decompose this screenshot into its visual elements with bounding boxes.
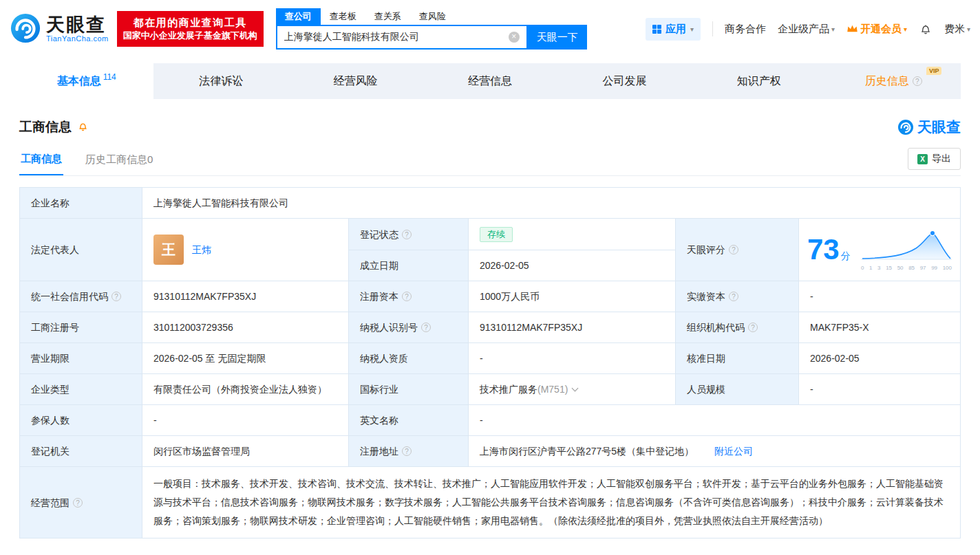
section-title: 工商信息 [19,118,72,136]
header-menu: 应用 ▾ 商务合作 企业级产品 ▾ 开通会员 ▾ 费米 ▾ [646,18,970,41]
legal-rep-link[interactable]: 王炜 [192,242,211,257]
nearby-company-link[interactable]: 附近公司 [714,446,753,457]
score-value: 73 [807,233,840,265]
field-label-approval-date: 核准日期 [676,343,799,374]
score-unit: 分 [841,250,851,261]
company-nav-tabs: 基本信息 114 法律诉讼 经营风险 经营信息 公司发展 知识产权 VIP 历史… [19,63,961,99]
subtab-row: 工商信息 历史工商信息0 X 导出 [19,148,961,176]
search-input[interactable] [284,32,509,43]
table-row: 登记机关 闵行区市场监督管理局 注册地址? 上海市闵行区沪青平公路277号5楼（… [20,436,961,467]
table-row: 营业期限 2026-02-05 至 无固定期限 纳税人资质 - 核准日期 202… [20,343,961,374]
nav-link-enterprise[interactable]: 企业级产品 ▾ [778,23,835,36]
nav-tab-operation-risk[interactable]: 经营风险 [288,63,423,99]
status-badge: 存续 [480,227,513,242]
section-brand-name: 天眼查 [917,118,961,137]
export-button[interactable]: X 导出 [908,148,961,170]
brand-name: 天眼查 [46,15,109,34]
nav-link-cooperation[interactable]: 商务合作 [725,23,766,36]
tianyancha-logo[interactable]: 天眼查 TianYanCha.com [10,12,109,46]
table-row: 企业名称 上海擎徙人工智能科技有限公司 [20,188,961,219]
field-value-est-date: 2026-02-05 [469,250,676,281]
promo-banner: 都在用的商业查询工具 国家中小企业发展子基金旗下机构 [117,11,264,47]
field-label-credit-code: 统一社会信用代码? [20,281,142,312]
chevron-down-icon: ▾ [831,25,835,33]
help-icon[interactable]: ? [748,323,758,332]
help-icon[interactable]: ? [402,446,412,456]
help-icon[interactable]: ? [402,292,412,301]
notification-bell-icon[interactable] [919,22,933,36]
field-value-reg-number: 310112003729356 [142,312,349,343]
apps-grid-icon [652,25,661,34]
apps-button[interactable]: 应用 ▾ [646,18,701,41]
field-value-staff-size: - [799,374,961,405]
brand-domain: TianYanCha.com [46,34,109,43]
field-label-company-name: 企业名称 [20,188,142,219]
field-label-insured-count: 参保人数 [20,405,142,436]
table-row: 工商注册号 310112003729356 纳税人识别号? 91310112MA… [20,312,961,343]
field-value-legal-rep: 王 王炜 [142,219,349,281]
section-brand-logo: 天眼查 [897,118,961,137]
help-icon[interactable]: ? [913,76,922,86]
table-row: 经营范围? 一般项目：技术服务、技术开发、技术咨询、技术交流、技术转让、技术推广… [20,467,961,538]
help-icon[interactable]: ? [729,245,738,254]
field-value-score: 73分 [799,219,961,281]
chevron-down-icon[interactable] [572,385,579,392]
field-label-org-code: 组织机构代码? [676,312,799,343]
score-chart[interactable]: 0131550859799100 [861,229,952,271]
open-vip-button[interactable]: 开通会员 ▾ [846,23,907,36]
help-icon[interactable]: ? [73,498,83,508]
field-label-score: 天眼评分? [676,219,799,281]
chevron-down-icon: ▾ [690,25,694,33]
excel-icon: X [917,154,928,164]
nav-tab-legal[interactable]: 法律诉讼 [153,63,288,99]
user-name: 费米 [944,23,965,36]
banner-line-1: 都在用的商业查询工具 [123,15,257,30]
industry-code: (M751) [537,384,568,395]
field-value-org-code: MAK7FP35-X [799,312,961,343]
field-label-legal-rep: 法定代表人 [20,219,142,281]
nav-tab-basic-info[interactable]: 基本信息 114 [19,63,153,99]
user-menu[interactable]: 费米 ▾ [944,23,970,36]
score-axis: 0131550859799100 [861,265,952,271]
field-value-taxpayer-id: 91310112MAK7FP35XJ [469,312,676,343]
help-icon[interactable]: ? [111,292,121,301]
subtab-business-info[interactable]: 工商信息 [19,149,63,175]
crown-icon [846,23,858,35]
search-tab-boss[interactable]: 查老板 [321,8,365,25]
field-value-reg-status: 存续 [469,219,676,250]
field-label-business-term: 营业期限 [20,343,142,374]
search-tab-relation[interactable]: 查关系 [365,8,410,25]
nav-tab-history[interactable]: VIP 历史信息 ? [827,63,961,99]
nav-tab-company-development[interactable]: 公司发展 [557,63,692,99]
table-row: 统一社会信用代码? 91310112MAK7FP35XJ 注册资本? 1000万… [20,281,961,312]
nav-tab-intellectual-property[interactable]: 知识产权 [692,63,826,99]
search-button[interactable]: 天眼一下 [528,25,587,50]
table-row: 法定代表人 王 王炜 登记状态? 存续 天眼评分? [20,219,961,250]
nav-tab-business-info[interactable]: 经营信息 [423,63,557,99]
field-label-reg-capital: 注册资本? [349,281,469,312]
table-row: 参保人数 - 英文名称 - [20,405,961,436]
field-value-industry: 技术推广服务(M751) [469,374,676,405]
section-bell-icon[interactable] [77,120,89,134]
search-area: 查公司 查老板 查关系 查风险 × 天眼一下 [276,8,587,50]
field-label-taxpayer-quality: 纳税人资质 [349,343,469,374]
field-value-business-term: 2026-02-05 至 无固定期限 [142,343,349,374]
field-value-company-name: 上海擎徙人工智能科技有限公司 [142,188,961,219]
field-label-taxpayer-id: 纳税人识别号? [349,312,469,343]
help-icon[interactable]: ? [729,292,738,301]
field-label-paid-capital: 实缴资本? [676,281,799,312]
field-label-company-type: 企业类型 [20,374,142,405]
top-header: 天眼查 TianYanCha.com 都在用的商业查询工具 国家中小企业发展子基… [0,0,980,58]
search-tab-risk[interactable]: 查风险 [410,8,455,25]
subtab-history-info[interactable]: 历史工商信息0 [84,149,154,175]
help-icon[interactable]: ? [421,323,431,332]
chevron-down-icon: ▾ [904,25,907,33]
banner-line-2: 国家中小企业发展子基金旗下机构 [123,30,257,43]
clear-icon[interactable]: × [509,32,520,43]
search-tab-company[interactable]: 查公司 [276,8,321,25]
legal-rep-avatar[interactable]: 王 [153,235,184,265]
help-icon[interactable]: ? [402,230,412,239]
field-value-company-type: 有限责任公司（外商投资企业法人独资） [142,374,349,405]
field-value-paid-capital: - [799,281,961,312]
field-value-approval-date: 2026-02-05 [799,343,961,374]
